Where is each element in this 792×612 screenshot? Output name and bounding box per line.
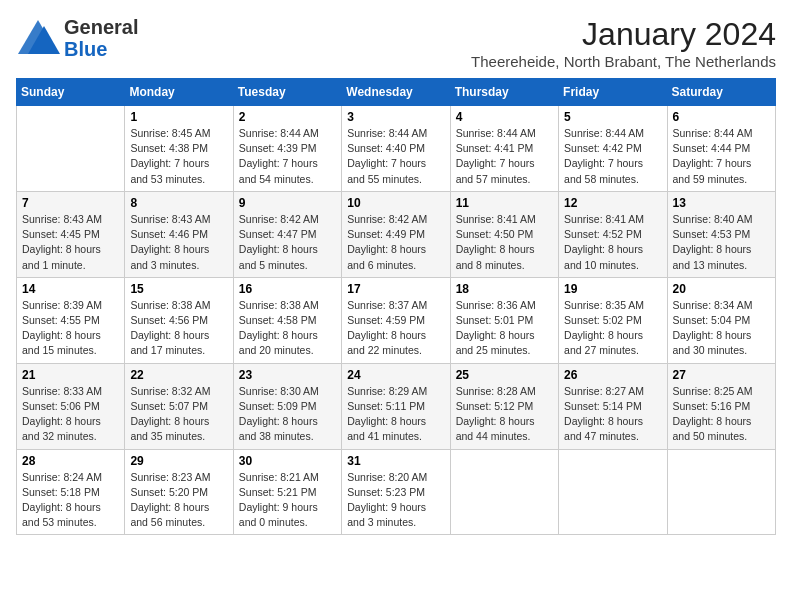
day-info: Sunrise: 8:41 AMSunset: 4:52 PMDaylight:… (564, 212, 661, 273)
weekday-header-wednesday: Wednesday (342, 79, 450, 106)
weekday-header-sunday: Sunday (17, 79, 125, 106)
calendar-cell: 18Sunrise: 8:36 AMSunset: 5:01 PMDayligh… (450, 277, 558, 363)
day-info: Sunrise: 8:44 AMSunset: 4:42 PMDaylight:… (564, 126, 661, 187)
day-info: Sunrise: 8:21 AMSunset: 5:21 PMDaylight:… (239, 470, 336, 531)
title-section: January 2024 Theereheide, North Brabant,… (471, 16, 776, 70)
calendar-cell (667, 449, 775, 535)
calendar-cell: 27Sunrise: 8:25 AMSunset: 5:16 PMDayligh… (667, 363, 775, 449)
day-info: Sunrise: 8:25 AMSunset: 5:16 PMDaylight:… (673, 384, 770, 445)
day-info: Sunrise: 8:23 AMSunset: 5:20 PMDaylight:… (130, 470, 227, 531)
day-info: Sunrise: 8:34 AMSunset: 5:04 PMDaylight:… (673, 298, 770, 359)
calendar-cell: 14Sunrise: 8:39 AMSunset: 4:55 PMDayligh… (17, 277, 125, 363)
calendar-cell: 24Sunrise: 8:29 AMSunset: 5:11 PMDayligh… (342, 363, 450, 449)
day-info: Sunrise: 8:43 AMSunset: 4:45 PMDaylight:… (22, 212, 119, 273)
day-number: 13 (673, 196, 770, 210)
calendar-cell: 9Sunrise: 8:42 AMSunset: 4:47 PMDaylight… (233, 191, 341, 277)
day-number: 27 (673, 368, 770, 382)
day-info: Sunrise: 8:38 AMSunset: 4:58 PMDaylight:… (239, 298, 336, 359)
day-number: 16 (239, 282, 336, 296)
calendar-cell: 28Sunrise: 8:24 AMSunset: 5:18 PMDayligh… (17, 449, 125, 535)
calendar-cell: 1Sunrise: 8:45 AMSunset: 4:38 PMDaylight… (125, 106, 233, 192)
calendar-cell: 29Sunrise: 8:23 AMSunset: 5:20 PMDayligh… (125, 449, 233, 535)
calendar-cell: 7Sunrise: 8:43 AMSunset: 4:45 PMDaylight… (17, 191, 125, 277)
day-info: Sunrise: 8:28 AMSunset: 5:12 PMDaylight:… (456, 384, 553, 445)
day-info: Sunrise: 8:20 AMSunset: 5:23 PMDaylight:… (347, 470, 444, 531)
day-number: 10 (347, 196, 444, 210)
day-info: Sunrise: 8:27 AMSunset: 5:14 PMDaylight:… (564, 384, 661, 445)
day-number: 18 (456, 282, 553, 296)
day-number: 30 (239, 454, 336, 468)
calendar-cell: 3Sunrise: 8:44 AMSunset: 4:40 PMDaylight… (342, 106, 450, 192)
day-number: 7 (22, 196, 119, 210)
calendar-cell: 21Sunrise: 8:33 AMSunset: 5:06 PMDayligh… (17, 363, 125, 449)
day-info: Sunrise: 8:35 AMSunset: 5:02 PMDaylight:… (564, 298, 661, 359)
calendar-cell: 25Sunrise: 8:28 AMSunset: 5:12 PMDayligh… (450, 363, 558, 449)
calendar-cell: 12Sunrise: 8:41 AMSunset: 4:52 PMDayligh… (559, 191, 667, 277)
weekday-header-monday: Monday (125, 79, 233, 106)
day-info: Sunrise: 8:37 AMSunset: 4:59 PMDaylight:… (347, 298, 444, 359)
day-info: Sunrise: 8:42 AMSunset: 4:47 PMDaylight:… (239, 212, 336, 273)
weekday-header-friday: Friday (559, 79, 667, 106)
day-number: 22 (130, 368, 227, 382)
day-number: 28 (22, 454, 119, 468)
calendar-cell: 15Sunrise: 8:38 AMSunset: 4:56 PMDayligh… (125, 277, 233, 363)
day-number: 8 (130, 196, 227, 210)
day-info: Sunrise: 8:44 AMSunset: 4:39 PMDaylight:… (239, 126, 336, 187)
calendar-cell: 11Sunrise: 8:41 AMSunset: 4:50 PMDayligh… (450, 191, 558, 277)
day-info: Sunrise: 8:44 AMSunset: 4:44 PMDaylight:… (673, 126, 770, 187)
weekday-header-row: SundayMondayTuesdayWednesdayThursdayFrid… (17, 79, 776, 106)
calendar-cell: 22Sunrise: 8:32 AMSunset: 5:07 PMDayligh… (125, 363, 233, 449)
calendar-cell: 5Sunrise: 8:44 AMSunset: 4:42 PMDaylight… (559, 106, 667, 192)
calendar-cell: 20Sunrise: 8:34 AMSunset: 5:04 PMDayligh… (667, 277, 775, 363)
weekday-header-saturday: Saturday (667, 79, 775, 106)
calendar-cell: 30Sunrise: 8:21 AMSunset: 5:21 PMDayligh… (233, 449, 341, 535)
day-info: Sunrise: 8:39 AMSunset: 4:55 PMDaylight:… (22, 298, 119, 359)
calendar-cell: 17Sunrise: 8:37 AMSunset: 4:59 PMDayligh… (342, 277, 450, 363)
day-info: Sunrise: 8:40 AMSunset: 4:53 PMDaylight:… (673, 212, 770, 273)
day-number: 6 (673, 110, 770, 124)
calendar-cell: 19Sunrise: 8:35 AMSunset: 5:02 PMDayligh… (559, 277, 667, 363)
calendar-cell: 4Sunrise: 8:44 AMSunset: 4:41 PMDaylight… (450, 106, 558, 192)
day-number: 14 (22, 282, 119, 296)
day-number: 25 (456, 368, 553, 382)
day-number: 1 (130, 110, 227, 124)
day-number: 9 (239, 196, 336, 210)
calendar-cell: 2Sunrise: 8:44 AMSunset: 4:39 PMDaylight… (233, 106, 341, 192)
day-info: Sunrise: 8:44 AMSunset: 4:40 PMDaylight:… (347, 126, 444, 187)
calendar-cell: 26Sunrise: 8:27 AMSunset: 5:14 PMDayligh… (559, 363, 667, 449)
calendar-cell: 23Sunrise: 8:30 AMSunset: 5:09 PMDayligh… (233, 363, 341, 449)
day-number: 24 (347, 368, 444, 382)
day-info: Sunrise: 8:44 AMSunset: 4:41 PMDaylight:… (456, 126, 553, 187)
day-number: 17 (347, 282, 444, 296)
day-number: 20 (673, 282, 770, 296)
day-info: Sunrise: 8:36 AMSunset: 5:01 PMDaylight:… (456, 298, 553, 359)
logo-blue: Blue (64, 38, 138, 60)
day-number: 4 (456, 110, 553, 124)
location: Theereheide, North Brabant, The Netherla… (471, 53, 776, 70)
day-number: 19 (564, 282, 661, 296)
day-info: Sunrise: 8:24 AMSunset: 5:18 PMDaylight:… (22, 470, 119, 531)
day-number: 26 (564, 368, 661, 382)
day-number: 12 (564, 196, 661, 210)
week-row-3: 14Sunrise: 8:39 AMSunset: 4:55 PMDayligh… (17, 277, 776, 363)
calendar-cell (559, 449, 667, 535)
calendar-cell (450, 449, 558, 535)
day-number: 21 (22, 368, 119, 382)
calendar-cell: 13Sunrise: 8:40 AMSunset: 4:53 PMDayligh… (667, 191, 775, 277)
calendar: SundayMondayTuesdayWednesdayThursdayFrid… (16, 78, 776, 535)
calendar-cell: 8Sunrise: 8:43 AMSunset: 4:46 PMDaylight… (125, 191, 233, 277)
day-info: Sunrise: 8:45 AMSunset: 4:38 PMDaylight:… (130, 126, 227, 187)
day-info: Sunrise: 8:33 AMSunset: 5:06 PMDaylight:… (22, 384, 119, 445)
logo: General Blue (16, 16, 138, 60)
calendar-cell (17, 106, 125, 192)
calendar-cell: 31Sunrise: 8:20 AMSunset: 5:23 PMDayligh… (342, 449, 450, 535)
week-row-4: 21Sunrise: 8:33 AMSunset: 5:06 PMDayligh… (17, 363, 776, 449)
day-info: Sunrise: 8:30 AMSunset: 5:09 PMDaylight:… (239, 384, 336, 445)
calendar-cell: 16Sunrise: 8:38 AMSunset: 4:58 PMDayligh… (233, 277, 341, 363)
day-number: 5 (564, 110, 661, 124)
day-number: 3 (347, 110, 444, 124)
day-info: Sunrise: 8:29 AMSunset: 5:11 PMDaylight:… (347, 384, 444, 445)
day-number: 11 (456, 196, 553, 210)
day-info: Sunrise: 8:32 AMSunset: 5:07 PMDaylight:… (130, 384, 227, 445)
page-header: General Blue January 2024 Theereheide, N… (16, 16, 776, 70)
